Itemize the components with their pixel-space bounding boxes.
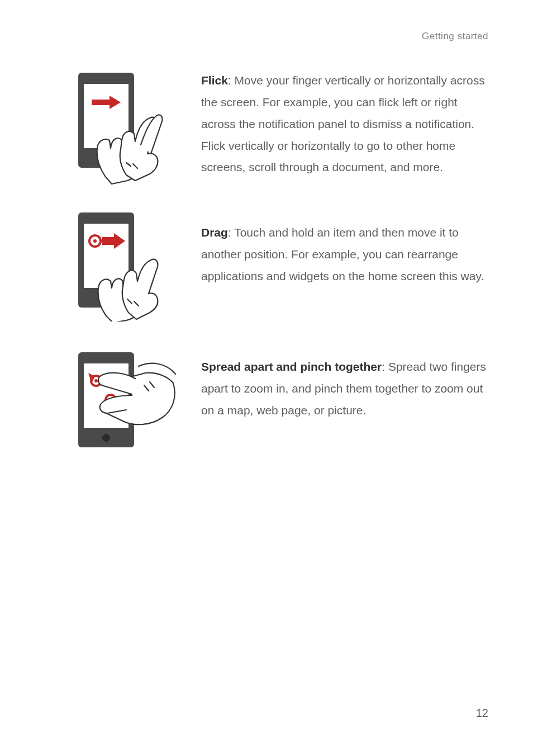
svg-point-18 [102,434,110,442]
entry-drag: Drag: Touch and hold an item and then mo… [67,210,488,322]
svg-rect-12 [102,237,115,245]
flick-text: Flick: Move your finger vertically or ho… [184,70,488,178]
flick-body: : Move your finger vertically or horizon… [201,74,485,173]
flick-title: Flick [201,74,228,87]
flick-illustration [73,70,184,187]
content-area: Flick: Move your finger vertically or ho… [67,70,488,450]
svg-point-20 [94,379,98,382]
drag-illustration [73,210,184,322]
entry-flick: Flick: Move your finger vertically or ho… [67,70,488,187]
document-page: Getting started [0,0,533,756]
drag-title: Drag [201,226,228,239]
drag-body: : Touch and hold an item and then move i… [201,226,484,282]
svg-point-11 [93,239,97,243]
section-header: Getting started [422,31,488,42]
drag-text: Drag: Touch and hold an item and then mo… [184,210,488,287]
spread-pinch-illustration [73,344,184,450]
svg-rect-8 [84,224,129,288]
entry-spread-pinch: Spread apart and pinch together: Spread … [67,344,488,450]
page-number: 12 [476,707,488,720]
spread-pinch-title: Spread apart and pinch together [201,360,382,373]
spread-pinch-text: Spread apart and pinch together: Spread … [184,344,488,422]
